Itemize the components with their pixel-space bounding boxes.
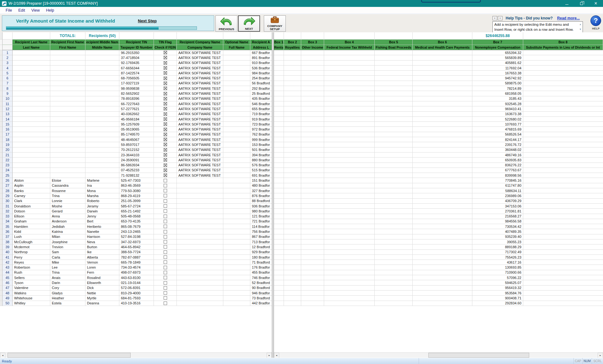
cell-box2[interactable] — [284, 265, 301, 270]
cell-address[interactable]: 723 Bradfor — [250, 122, 272, 127]
cell-box6[interactable] — [413, 250, 472, 255]
cell-box7[interactable]: 43617.16 — [472, 260, 523, 265]
cell-box7[interactable]: 270361.81 — [472, 209, 523, 214]
cell-box8[interactable] — [523, 86, 603, 91]
row-number[interactable]: 9 — [3, 91, 13, 96]
cell-address[interactable]: 442 Bradfor — [250, 301, 272, 306]
cell-optional-name[interactable] — [223, 260, 250, 265]
cell-box2[interactable] — [284, 91, 301, 96]
cell-box2[interactable] — [284, 173, 301, 178]
cell-box7[interactable]: 984556.58 — [472, 219, 523, 224]
cell-company-name[interactable] — [177, 219, 223, 224]
cell-box6[interactable] — [413, 214, 472, 219]
cell-box1[interactable] — [274, 219, 284, 224]
row-number[interactable]: 27 — [3, 183, 13, 188]
cell-middle-name[interactable]: Nettie — [85, 291, 119, 296]
cell-fein-flag[interactable] — [154, 173, 177, 178]
cell-company-name[interactable]: AATRIX SOFTWARE TEST — [177, 142, 223, 147]
fein-checkbox[interactable] — [164, 82, 167, 85]
cell-middle-name[interactable]: Nanette — [85, 229, 119, 234]
cell-box6[interactable] — [413, 86, 472, 91]
cell-box5[interactable] — [375, 193, 413, 198]
table-row[interactable]: 28 Banks Rosanne Mona 779-50-3080 327 Br… — [0, 188, 603, 193]
cell-box5[interactable] — [375, 112, 413, 117]
cell-middle-name[interactable] — [85, 158, 119, 163]
cell-box1[interactable] — [274, 193, 284, 198]
row-number[interactable]: 21 — [3, 153, 13, 158]
fein-checkbox[interactable] — [164, 122, 167, 126]
cell-box3[interactable] — [301, 117, 324, 122]
cell-box2[interactable] — [284, 275, 301, 280]
cell-box5[interactable] — [375, 158, 413, 163]
fein-checkbox[interactable] — [164, 302, 167, 305]
table-row[interactable]: 25 71-9288132 AATRIX SOFTWARE TEST 691 B… — [0, 173, 603, 178]
cell-middle-name[interactable] — [85, 112, 119, 117]
fein-checkbox[interactable] — [164, 158, 167, 162]
cell-optional-name[interactable] — [223, 142, 250, 147]
cell-address[interactable]: 151 Bradfor — [250, 178, 272, 183]
cell-box3[interactable] — [301, 158, 324, 163]
cell-middle-name[interactable]: Marlene — [85, 178, 119, 183]
cell-optional-name[interactable] — [223, 296, 250, 301]
cell-box7[interactable]: 956419.32 — [472, 286, 523, 291]
row-number[interactable]: 50 — [3, 301, 13, 306]
cell-box4[interactable] — [324, 81, 375, 86]
cell-last-name[interactable]: Robertson — [13, 265, 50, 270]
cell-company-name[interactable] — [177, 275, 223, 280]
fein-checkbox[interactable] — [164, 102, 167, 105]
cell-tin[interactable]: 87-1422574 — [119, 71, 154, 76]
cell-address[interactable]: 292 Bradfor — [250, 86, 272, 91]
cell-last-name[interactable] — [13, 127, 50, 132]
cell-first-name[interactable] — [50, 96, 85, 101]
cell-first-name[interactable] — [50, 91, 85, 96]
cell-optional-name[interactable] — [223, 275, 250, 280]
cell-box7[interactable]: 117692.04 — [472, 66, 523, 71]
row-number[interactable]: 16 — [3, 127, 13, 132]
cell-box3[interactable] — [301, 86, 324, 91]
cell-company-name[interactable]: AATRIX SOFTWARE TEST — [177, 106, 223, 111]
cell-fein-flag[interactable] — [154, 291, 177, 296]
row-number[interactable]: 19 — [3, 142, 13, 147]
cell-box7[interactable]: 130693.85 — [472, 265, 523, 270]
cell-address[interactable]: 73 Bradford — [250, 296, 272, 301]
cell-box8[interactable] — [523, 147, 603, 153]
cell-box3[interactable] — [301, 55, 324, 60]
cell-box3[interactable] — [301, 229, 324, 234]
cell-last-name[interactable] — [13, 147, 50, 153]
cell-tin[interactable]: 70-2612152 — [119, 147, 154, 153]
cell-box2[interactable] — [284, 301, 301, 306]
table-row[interactable]: 8 98-9599838 AATRIX SOFTWARE TEST 292 Br… — [0, 86, 603, 91]
cell-last-name[interactable] — [13, 66, 50, 71]
table-row[interactable]: 19 59-8597017 AATRIX SOFTWARE TEST 153 B… — [0, 142, 603, 147]
row-number[interactable]: 39 — [3, 244, 13, 249]
cell-box8[interactable] — [523, 255, 603, 260]
cell-box1[interactable] — [274, 112, 284, 117]
cell-box8[interactable] — [523, 239, 603, 244]
cell-box4[interactable] — [324, 71, 375, 76]
cell-box8[interactable] — [523, 137, 603, 142]
cell-address[interactable]: 762 Bradfor — [250, 132, 272, 137]
table-row[interactable]: 34 Graham Anderson Bert 653-70-4135 721 … — [0, 219, 603, 224]
cell-box4[interactable] — [324, 55, 375, 60]
cell-last-name[interactable]: Mcdermot — [13, 244, 50, 249]
table-row[interactable]: 33 Ellison Anna Jenny 505-48-0568 121 Br… — [0, 214, 603, 219]
cell-fein-flag[interactable] — [154, 280, 177, 285]
fein-checkbox[interactable] — [164, 66, 167, 70]
cell-box4[interactable] — [324, 188, 375, 193]
cell-box1[interactable] — [274, 296, 284, 301]
cell-tin[interactable]: 684-81-7593 — [119, 296, 154, 301]
right-pane-hscrollbar[interactable]: ◄ ► — [274, 352, 603, 358]
cell-fein-flag[interactable] — [154, 199, 177, 204]
cell-box6[interactable] — [413, 168, 472, 173]
cell-box1[interactable] — [274, 275, 284, 280]
cell-box3[interactable] — [301, 291, 324, 296]
table-row[interactable]: 4 67-6656344 AATRIX SOFTWARE TEST 536 Br… — [0, 66, 603, 71]
cell-box7[interactable]: 755426.23 — [472, 255, 523, 260]
cell-box8[interactable] — [523, 280, 603, 285]
cell-box1[interactable] — [274, 158, 284, 163]
cell-box7[interactable]: 568526.54 — [472, 132, 523, 137]
cell-box5[interactable] — [375, 239, 413, 244]
cell-middle-name[interactable] — [85, 50, 119, 55]
cell-box1[interactable] — [274, 178, 284, 183]
table-row[interactable]: 40 Northrop Sam Ike 388-59-7724 929 Brad… — [0, 250, 603, 255]
